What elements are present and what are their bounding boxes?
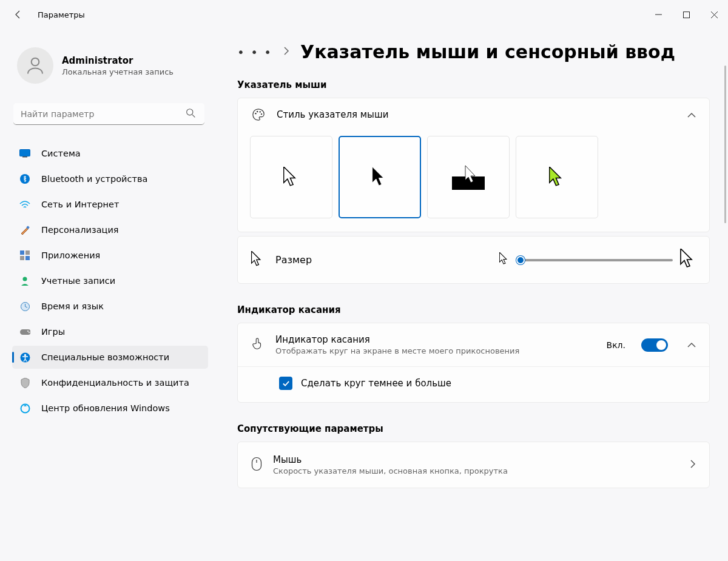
svg-point-5 <box>187 109 193 115</box>
pointer-style-black[interactable] <box>339 136 421 218</box>
page-title: Указатель мыши и сенсорный ввод <box>300 41 675 62</box>
cursor-slider-min-icon <box>499 252 509 267</box>
pointer-size-label: Размер <box>275 254 312 266</box>
nav-label: Игры <box>41 327 65 337</box>
related-mouse-link[interactable]: Мышь Скорость указателя мыши, основная к… <box>238 442 709 488</box>
clock-icon <box>19 301 30 312</box>
touch-icon <box>251 337 265 353</box>
scrollbar[interactable] <box>724 66 726 223</box>
svg-point-4 <box>32 58 39 66</box>
svg-rect-8 <box>22 156 27 158</box>
pointer-style-inverted[interactable] <box>427 136 510 218</box>
svg-rect-7 <box>20 150 30 156</box>
sidebar-item-update[interactable]: Центр обновления Windows <box>12 397 208 420</box>
svg-point-15 <box>23 277 27 281</box>
avatar <box>17 47 53 84</box>
monitor-icon <box>19 148 30 159</box>
titlebar: Параметры <box>0 0 728 29</box>
related-mouse-card: Мышь Скорость указателя мыши, основная к… <box>237 442 710 488</box>
nav-list: Система Bluetooth и устройства Сеть и Ин… <box>12 142 208 420</box>
touch-indicator-title: Индикатор касания <box>275 334 596 345</box>
nav-label: Центр обновления Windows <box>41 403 170 413</box>
touch-indicator-card: Индикатор касания Отображать круг на экр… <box>237 323 710 403</box>
sidebar-item-accessibility[interactable]: Специальные возможности <box>12 346 208 369</box>
sidebar-item-privacy[interactable]: Конфиденциальность и защита <box>12 371 208 394</box>
svg-rect-14 <box>25 256 30 260</box>
shield-icon <box>19 377 30 388</box>
sidebar-item-time[interactable]: Время и язык <box>12 295 208 318</box>
sidebar-item-bluetooth[interactable]: Bluetooth и устройства <box>12 167 208 190</box>
maximize-button[interactable] <box>672 5 700 24</box>
svg-rect-12 <box>25 250 30 255</box>
user-name: Administrator <box>62 55 174 66</box>
darker-circle-checkbox[interactable] <box>279 377 292 390</box>
svg-point-26 <box>257 111 258 112</box>
touch-indicator-subtitle: Отображать круг на экране в месте моего … <box>275 346 596 355</box>
nav-label: Система <box>41 149 81 158</box>
touch-indicator-toggle[interactable] <box>641 338 668 352</box>
pointer-style-custom[interactable] <box>516 136 598 218</box>
nav-label: Сеть и Интернет <box>41 200 119 209</box>
sidebar-item-network[interactable]: Сеть и Интернет <box>12 193 208 216</box>
toggle-state-label: Вкл. <box>607 340 625 350</box>
back-button[interactable] <box>6 2 30 27</box>
svg-rect-29 <box>452 176 485 190</box>
nav-label: Конфиденциальность и защита <box>41 378 189 388</box>
sidebar: Administrator Локальная учетная запись С… <box>0 29 215 561</box>
sidebar-item-apps[interactable]: Приложения <box>12 244 208 267</box>
svg-point-27 <box>260 111 261 112</box>
gamepad-icon <box>19 326 30 337</box>
svg-rect-30 <box>252 457 261 470</box>
svg-rect-13 <box>20 256 24 260</box>
update-icon <box>19 403 30 414</box>
nav-label: Специальные возможности <box>41 352 169 362</box>
wifi-icon <box>19 199 30 210</box>
person-icon <box>19 275 30 286</box>
svg-point-25 <box>255 113 256 114</box>
main-content: • • • Указатель мыши и сенсорный ввод Ук… <box>215 29 728 561</box>
pointer-style-card: Стиль указателя мыши <box>237 98 710 232</box>
cursor-slider-max-icon <box>680 249 696 271</box>
user-account-type: Локальная учетная запись <box>62 67 174 76</box>
search-input[interactable] <box>13 103 204 125</box>
palette-icon <box>251 108 266 121</box>
nav-label: Время и язык <box>41 301 104 311</box>
svg-point-28 <box>261 113 262 115</box>
sidebar-item-personalization[interactable]: Персонализация <box>12 218 208 241</box>
svg-line-6 <box>192 115 195 117</box>
chevron-right-icon <box>690 459 696 471</box>
app-title: Параметры <box>38 10 85 19</box>
related-mouse-subtitle: Скорость указателя мыши, основная кнопка… <box>273 466 508 475</box>
cursor-small-icon <box>251 251 263 269</box>
user-block[interactable]: Administrator Локальная учетная запись <box>12 41 208 92</box>
bluetooth-icon <box>19 173 30 184</box>
section-title-touch: Индикатор касания <box>237 304 710 315</box>
sidebar-item-accounts[interactable]: Учетные записи <box>12 269 208 292</box>
pointer-size-card: Размер <box>237 236 710 284</box>
close-button[interactable] <box>700 5 728 24</box>
brush-icon <box>19 224 30 235</box>
minimize-button[interactable] <box>644 5 672 24</box>
nav-label: Учетные записи <box>41 276 115 286</box>
related-mouse-title: Мышь <box>273 454 508 465</box>
expand-toggle[interactable] <box>687 109 696 121</box>
expand-toggle[interactable] <box>687 339 696 351</box>
sidebar-item-gaming[interactable]: Игры <box>12 320 208 343</box>
slider-thumb[interactable] <box>516 256 525 264</box>
pointer-style-white[interactable] <box>250 136 332 218</box>
mouse-icon <box>251 457 262 474</box>
section-title-related: Сопутствующие параметры <box>237 423 710 434</box>
section-title-pointer: Указатель мыши <box>237 79 710 90</box>
nav-label: Приложения <box>41 250 100 260</box>
nav-label: Bluetooth и устройства <box>41 174 147 184</box>
chevron-right-icon <box>283 46 289 58</box>
svg-point-20 <box>27 331 29 332</box>
pointer-size-slider[interactable] <box>516 259 673 261</box>
pointer-style-label: Стиль указателя мыши <box>277 109 676 120</box>
svg-rect-11 <box>20 250 24 255</box>
darker-circle-label: Сделать круг темнее и больше <box>301 378 451 389</box>
breadcrumb-overflow-button[interactable]: • • • <box>237 45 272 59</box>
accessibility-icon <box>19 352 30 363</box>
svg-point-23 <box>24 354 25 355</box>
sidebar-item-system[interactable]: Система <box>12 142 208 165</box>
